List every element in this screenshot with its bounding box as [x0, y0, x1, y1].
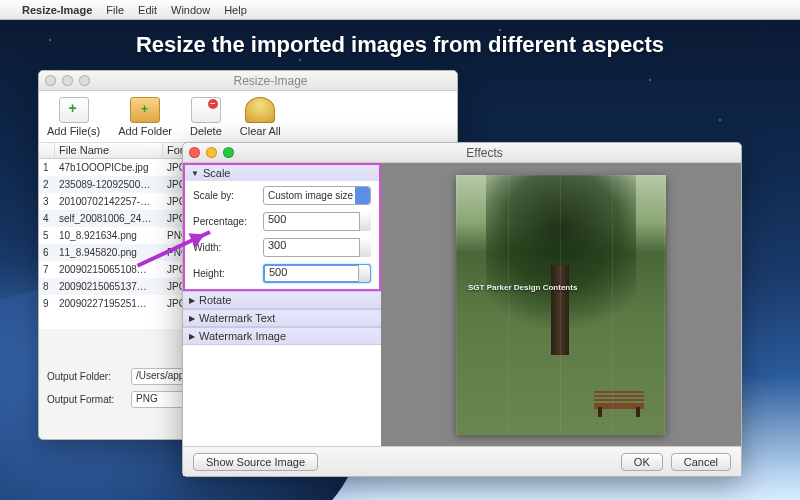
stepper-icon[interactable] [358, 265, 370, 282]
add-folder-button[interactable]: Add Folder [118, 97, 172, 137]
section-wm-text-label: Watermark Text [199, 312, 275, 324]
section-rotate[interactable]: ▶Rotate [183, 291, 381, 309]
col-index[interactable] [39, 143, 55, 158]
close-icon[interactable] [189, 147, 200, 158]
menu-edit[interactable]: Edit [138, 4, 157, 16]
col-filename[interactable]: File Name [55, 143, 163, 158]
preview-pane: SGT Parker Design Contents [381, 163, 741, 446]
disclosure-down-icon: ▼ [191, 169, 199, 178]
output-folder-label: Output Folder: [47, 371, 125, 382]
disclosure-right-icon: ▶ [189, 296, 195, 305]
disclosure-right-icon: ▶ [189, 332, 195, 341]
menu-help[interactable]: Help [224, 4, 247, 16]
add-file-icon [59, 97, 89, 123]
stepper-icon[interactable] [359, 238, 371, 257]
scale-by-select[interactable]: Custom image size [263, 186, 371, 205]
add-folder-label: Add Folder [118, 125, 172, 137]
section-watermark-image[interactable]: ▶Watermark Image [183, 327, 381, 345]
main-toolbar: Add File(s) Add Folder Delete Clear All [39, 91, 457, 143]
scale-by-label: Scale by: [193, 190, 257, 201]
add-file-label: Add File(s) [47, 125, 100, 137]
effects-window: Effects ▼Scale Scale by: Custom image si… [182, 142, 742, 477]
section-scale-label: Scale [203, 167, 231, 179]
delete-button[interactable]: Delete [190, 97, 222, 137]
minimize-icon[interactable] [62, 75, 73, 86]
minimize-icon[interactable] [206, 147, 217, 158]
width-field[interactable]: 300 [263, 238, 371, 257]
add-folder-icon [130, 97, 160, 123]
menu-window[interactable]: Window [171, 4, 210, 16]
zoom-icon[interactable] [223, 147, 234, 158]
section-watermark-text[interactable]: ▶Watermark Text [183, 309, 381, 327]
effects-window-title: Effects [234, 146, 735, 160]
marketing-caption: Resize the imported images from differen… [0, 32, 800, 58]
preview-image: SGT Parker Design Contents [456, 175, 666, 435]
effects-footer: Show Source Image OK Cancel [183, 446, 741, 476]
menu-file[interactable]: File [106, 4, 124, 16]
stepper-icon[interactable] [359, 212, 371, 231]
delete-label: Delete [190, 125, 222, 137]
clear-all-icon [245, 97, 275, 123]
cancel-button[interactable]: Cancel [671, 453, 731, 471]
main-window-title: Resize-Image [90, 74, 451, 88]
system-menubar: Resize-Image File Edit Window Help [0, 0, 800, 20]
width-value: 300 [268, 239, 286, 251]
disclosure-right-icon: ▶ [189, 314, 195, 323]
close-icon[interactable] [45, 75, 56, 86]
percentage-field[interactable]: 500 [263, 212, 371, 231]
ok-button[interactable]: OK [621, 453, 663, 471]
effects-sidebar: ▼Scale Scale by: Custom image size Perce… [183, 163, 381, 446]
section-rotate-label: Rotate [199, 294, 231, 306]
clear-all-label: Clear All [240, 125, 281, 137]
main-titlebar[interactable]: Resize-Image [39, 71, 457, 91]
section-wm-image-label: Watermark Image [199, 330, 286, 342]
app-menu[interactable]: Resize-Image [22, 4, 92, 16]
output-format-label: Output Format: [47, 394, 125, 405]
percentage-value: 500 [268, 213, 286, 225]
zoom-icon[interactable] [79, 75, 90, 86]
effects-titlebar[interactable]: Effects [183, 143, 741, 163]
delete-icon [191, 97, 221, 123]
height-label: Height: [193, 268, 257, 279]
add-file-button[interactable]: Add File(s) [47, 97, 100, 137]
section-scale[interactable]: ▼Scale [183, 163, 381, 181]
clear-all-button[interactable]: Clear All [240, 97, 281, 137]
show-source-button[interactable]: Show Source Image [193, 453, 318, 471]
height-value: 500 [269, 266, 287, 278]
height-field[interactable]: 500 [263, 264, 371, 283]
